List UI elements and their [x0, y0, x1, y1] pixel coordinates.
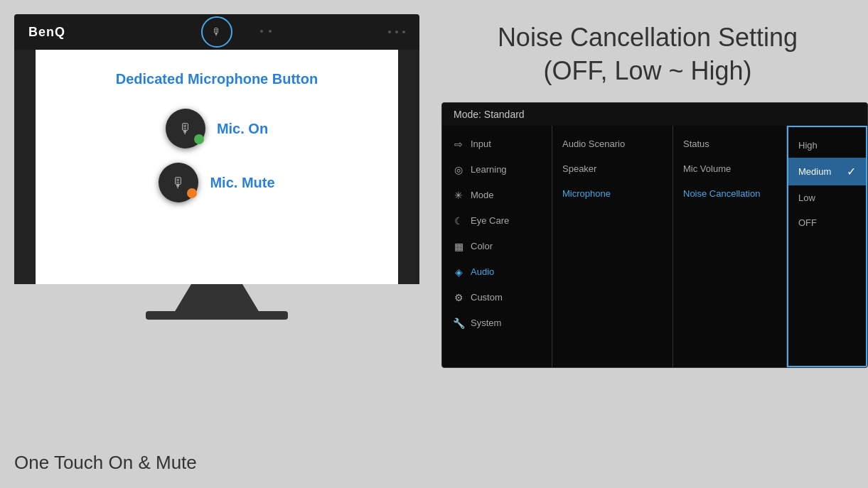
learning-icon: ◎ [452, 164, 465, 175]
osd-col4-dropdown: High Medium ✓ Low OFF [787, 126, 867, 367]
mic-on-indicator [194, 134, 204, 144]
osd-sidebar: ⇨ Input ◎ Learning ✳ Mode ☾ Eye Care ▦ [442, 126, 552, 367]
monitor-stand [174, 284, 259, 313]
col3-noise-cancellation[interactable]: Noise Cancellation [673, 181, 786, 206]
mic-top-icon: 🎙 [212, 26, 222, 38]
system-icon: 🔧 [452, 318, 465, 329]
mic-on-label: Mic. On [217, 121, 268, 137]
bezel-dot2 [269, 30, 272, 33]
dropdown-medium-label: Medium [798, 166, 831, 177]
dropdown-low[interactable]: Low [788, 185, 866, 210]
monitor-screen: Dedicated Microphone Button 🎙 Mic. On 🎙 … [36, 50, 398, 284]
eyecare-icon: ☾ [452, 215, 465, 227]
color-icon: ▦ [452, 241, 465, 252]
monitor-image: BenQ 🎙 Dedicated Microphone Button 🎙 [14, 14, 419, 284]
monitor-screen-title: Dedicated Microphone Button [116, 71, 318, 87]
input-icon: ⇨ [452, 139, 465, 150]
dropdown-off[interactable]: OFF [788, 210, 866, 235]
one-touch-label: One Touch On & Mute [14, 452, 197, 474]
mic-on-button: 🎙 [166, 109, 205, 148]
bezel-dot4 [395, 31, 398, 33]
sidebar-color-label: Color [471, 241, 493, 251]
sidebar-item-learning[interactable]: ◎ Learning [442, 157, 552, 183]
col3-mic-volume[interactable]: Mic Volume [673, 156, 786, 181]
mic-button-area: 🎙 [199, 21, 235, 43]
monitor-base [146, 311, 288, 320]
mic-on-icon: 🎙 [178, 121, 193, 137]
benq-logo: BenQ [28, 25, 65, 40]
col2-microphone[interactable]: Microphone [552, 181, 673, 206]
osd-col2: Audio Scenario Speaker Microphone [552, 126, 673, 367]
mic-on-row: 🎙 Mic. On [166, 109, 268, 148]
bezel-dot1 [260, 30, 263, 33]
bezel-dot5 [402, 31, 405, 33]
sidebar-item-system[interactable]: 🔧 System [442, 310, 552, 336]
col3-status[interactable]: Status [673, 131, 786, 156]
dropdown-high[interactable]: High [788, 133, 866, 158]
mic-mute-indicator [187, 188, 197, 198]
dropdown-medium[interactable]: Medium ✓ [788, 158, 866, 185]
mic-circle-highlight: 🎙 [201, 16, 232, 48]
noise-title-line1: Noise Cancellation Setting [498, 23, 798, 52]
mic-mute-row: 🎙 Mic. Mute [159, 163, 274, 202]
left-panel: BenQ 🎙 Dedicated Microphone Button 🎙 [14, 14, 419, 298]
dropdown-off-label: OFF [798, 217, 817, 228]
noise-title-line2: (OFF, Low ~ High) [543, 56, 751, 85]
sidebar-item-input[interactable]: ⇨ Input [442, 131, 552, 157]
sidebar-item-mode[interactable]: ✳ Mode [442, 183, 552, 208]
sidebar-item-color[interactable]: ▦ Color [442, 234, 552, 259]
sidebar-learning-label: Learning [471, 164, 507, 175]
check-icon: ✓ [847, 165, 856, 178]
mic-mute-label: Mic. Mute [210, 175, 274, 191]
mic-mute-icon: 🎙 [171, 175, 186, 191]
sidebar-audio-label: Audio [471, 266, 494, 277]
audio-icon: ◈ [452, 266, 465, 278]
bezel-dots [388, 31, 405, 33]
mic-mute-button: 🎙 [159, 163, 198, 202]
osd-header: Mode: Standard [442, 103, 867, 126]
osd-menu: Mode: Standard ⇨ Input ◎ Learning ✳ Mode… [441, 102, 868, 368]
custom-icon: ⚙ [452, 292, 465, 303]
monitor-bezel: BenQ 🎙 [14, 14, 419, 50]
mode-icon: ✳ [452, 190, 465, 201]
osd-col3: Status Mic Volume Noise Cancellation [673, 126, 787, 367]
col2-speaker[interactable]: Speaker [552, 156, 673, 181]
dropdown-high-label: High [798, 140, 818, 151]
sidebar-eyecare-label: Eye Care [471, 215, 509, 226]
sidebar-item-audio[interactable]: ◈ Audio [442, 259, 552, 285]
sidebar-item-custom[interactable]: ⚙ Custom [442, 285, 552, 310]
sidebar-mode-label: Mode [471, 190, 494, 200]
sidebar-item-eyecare[interactable]: ☾ Eye Care [442, 208, 552, 234]
sidebar-input-label: Input [471, 139, 491, 149]
sidebar-system-label: System [471, 318, 501, 328]
osd-body: ⇨ Input ◎ Learning ✳ Mode ☾ Eye Care ▦ [442, 126, 867, 367]
dropdown-low-label: Low [798, 193, 815, 203]
right-panel: Noise Cancellation Setting (OFF, Low ~ H… [441, 21, 854, 368]
col2-audio-scenario[interactable]: Audio Scenario [552, 131, 673, 156]
noise-cancellation-title: Noise Cancellation Setting (OFF, Low ~ H… [441, 21, 854, 88]
bezel-dot3 [388, 31, 391, 33]
sidebar-custom-label: Custom [471, 292, 503, 303]
